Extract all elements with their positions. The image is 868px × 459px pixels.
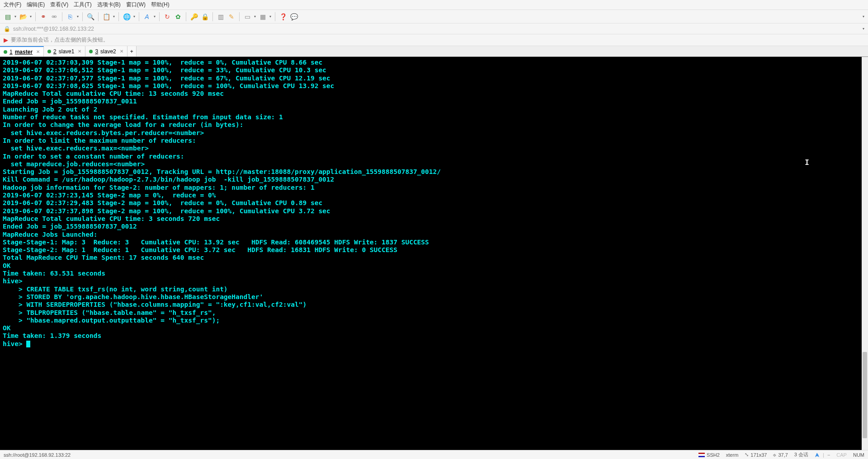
status-pos: 37,7 — [778, 452, 788, 458]
status-num: NUM — [853, 452, 864, 458]
unlink-icon[interactable]: ⚮ — [50, 13, 58, 21]
scrollbar[interactable] — [862, 57, 868, 450]
addressbar: 🔒 ssh://root:***@192.168.92.133:22 ▾ — [0, 23, 868, 34]
close-icon[interactable]: ✕ — [36, 49, 40, 54]
prompt: hive> — [3, 340, 26, 347]
menu-view[interactable]: 查看(V) — [50, 1, 68, 9]
tab-slave2[interactable]: 3 slave2 ✕ — [85, 46, 127, 56]
terminal-line: Stage-Stage-2: Map: 1 Reduce: 1 Cumulati… — [3, 246, 865, 254]
globe-icon[interactable]: 🌐 — [123, 13, 131, 21]
terminal-line: > STORED BY 'org.apache.hadoop.hive.hbas… — [3, 293, 865, 301]
menu-window[interactable]: 窗口(W) — [126, 1, 146, 9]
resize-icon: ⤡ — [745, 452, 749, 458]
terminal-line: MapReduce Total cumulative CPU time: 13 … — [3, 90, 865, 98]
terminal-line: set hive.exec.reducers.bytes.per.reducer… — [3, 129, 865, 137]
terminal-line: Time taken: 1.379 seconds — [3, 332, 865, 340]
terminal-line: > "hbase.mapred.output.outputtable" = "h… — [3, 317, 865, 324]
copy-icon[interactable]: ⎘ — [66, 13, 74, 21]
terminal-line: Number of reduce tasks not specified. Es… — [3, 113, 865, 121]
tab-label: slave2 — [100, 48, 116, 55]
terminal-line: > CREATE TABLE txsf_rs(no int, word stri… — [3, 286, 865, 293]
link-icon[interactable]: ⚭ — [39, 13, 47, 21]
terminal-line: Kill Command = /usr/hadoop/hadoop-2.7.3/… — [3, 176, 865, 183]
tab-master[interactable]: 1 master ✕ — [0, 46, 44, 56]
status-ssh: SSH2 — [707, 452, 720, 458]
address-dropdown-icon[interactable]: ▾ — [863, 27, 864, 31]
grid-icon[interactable]: ▦ — [259, 13, 267, 21]
status-term: xterm — [726, 452, 739, 458]
terminal-line: Ended Job = job_1559888507837_0011 — [3, 98, 865, 105]
window-icon[interactable]: ▭ — [243, 13, 251, 21]
terminal-line: 2019-06-07 02:37:37,898 Stage-2 map = 10… — [3, 207, 865, 215]
terminal-line: Launching Job 2 out of 2 — [3, 106, 865, 113]
statusbar: ssh://root@192.168.92.133:22 SSH2 xterm … — [0, 450, 868, 459]
terminal-line: 2019-06-07 02:37:03,309 Stage-1 map = 10… — [3, 59, 865, 66]
terminal-line: Hadoop job information for Stage-2: numb… — [3, 184, 865, 192]
terminal-line: OK — [3, 262, 865, 270]
search-icon[interactable]: 🔍 — [86, 13, 94, 21]
status-cap: CAP — [836, 452, 847, 458]
flag-icon — [698, 453, 705, 457]
terminal-line: set mapreduce.job.reduces=<number> — [3, 160, 865, 168]
tabbar: 1 master ✕ 2 slave1 ✕ 3 slave2 ✕ + — [0, 46, 868, 57]
close-icon[interactable]: ✕ — [78, 49, 81, 54]
highlight-icon[interactable]: ✎ — [227, 13, 236, 21]
address-text[interactable]: ssh://root:***@192.168.92.133:22 — [13, 26, 94, 32]
status-dot-icon — [4, 50, 7, 54]
terminal[interactable]: 2019-06-07 02:37:03,309 Stage-1 map = 10… — [0, 57, 868, 450]
cursor-icon — [26, 341, 30, 347]
terminal-line: 2019-06-07 02:37:07,577 Stage-1 map = 10… — [3, 75, 865, 82]
chat-icon[interactable]: 💬 — [290, 13, 298, 21]
terminal-line: Stage-Stage-1: Map: 3 Reduce: 3 Cumulati… — [3, 239, 865, 246]
font-icon[interactable]: A — [143, 13, 151, 21]
status-sessions: 3 会话 — [794, 451, 808, 458]
menu-help[interactable]: 帮助(H) — [151, 1, 170, 9]
paste-icon[interactable]: 📋 — [102, 13, 110, 21]
add-tab-button[interactable]: + — [127, 46, 137, 56]
close-icon[interactable]: ✕ — [120, 49, 123, 54]
hint-text: 要添加当前会话，点击左侧的箭头按钮。 — [11, 36, 108, 44]
menu-tabs[interactable]: 选项卡(B) — [97, 1, 121, 9]
minus-icon[interactable]: − — [827, 452, 830, 458]
terminal-line: set hive.exec.reducers.max=<number> — [3, 145, 865, 152]
hintbar: ▶ 要添加当前会话，点击左侧的箭头按钮。 — [0, 34, 868, 46]
terminal-line: OK — [3, 324, 865, 332]
terminal-line: > TBLPROPERTIES ("hbase.table.name" = "h… — [3, 309, 865, 317]
tab-slave1[interactable]: 2 slave1 ✕ — [44, 46, 85, 56]
status-dot-icon — [89, 50, 93, 53]
tab-number: 3 — [95, 48, 98, 55]
terminal-line: Starting Job = job_1559888507837_0012, T… — [3, 168, 865, 176]
terminal-line: Total MapReduce CPU Time Spent: 17 secon… — [3, 254, 865, 262]
terminal-line: MapReduce Jobs Launched: — [3, 231, 865, 239]
menu-file[interactable]: 文件(F) — [4, 1, 21, 9]
chevron-icon[interactable]: ⮝ — [815, 452, 820, 458]
gear-icon[interactable]: ✿ — [174, 13, 182, 21]
menu-edit[interactable]: 编辑(E) — [27, 1, 45, 9]
open-icon[interactable]: 📂 — [19, 13, 27, 21]
flag-icon[interactable]: ▶ — [4, 37, 8, 43]
refresh-icon[interactable]: ↻ — [163, 13, 171, 21]
lock-icon[interactable]: 🔒 — [201, 13, 209, 21]
help-icon[interactable]: ❓ — [279, 13, 287, 21]
terminal-line: 2019-06-07 02:37:29,483 Stage-2 map = 10… — [3, 199, 865, 207]
terminal-line: hive> — [3, 277, 865, 285]
tab-label: slave1 — [59, 48, 75, 55]
terminal-line: 2019-06-07 02:37:06,512 Stage-1 map = 10… — [3, 66, 865, 74]
menubar: 文件(F) 编辑(E) 查看(V) 工具(T) 选项卡(B) 窗口(W) 帮助(… — [0, 0, 868, 10]
status-dot-icon — [47, 50, 51, 53]
terminal-line: 2019-06-07 02:37:23,145 Stage-2 map = 0%… — [3, 192, 865, 199]
new-session-icon[interactable]: ▤ — [4, 13, 12, 21]
toolbar-overflow-icon[interactable]: ▾ — [863, 14, 864, 19]
position-icon: ⎆ — [773, 452, 776, 458]
key-icon[interactable]: 🔑 — [190, 13, 198, 21]
toolbar: ▤▾ 📂▾ ⚭ ⚮ ⎘▾ 🔍 📋▾ 🌐▾ A▾ ↻ ✿ 🔑 🔒 ▥ ✎ ▭▾ ▦… — [0, 10, 868, 23]
menu-tools[interactable]: 工具(T) — [74, 1, 91, 9]
tab-label: master — [15, 49, 33, 55]
terminal-line: > WITH SERDEPROPERTIES ("hbase.columns.m… — [3, 301, 865, 309]
terminal-line: 2019-06-07 02:37:08,625 Stage-1 map = 10… — [3, 82, 865, 90]
scroll-thumb[interactable] — [863, 352, 867, 438]
tab-number: 2 — [53, 48, 57, 55]
tab-number: 1 — [9, 49, 13, 55]
terminal-line: Ended Job = job_1559888507837_0012 — [3, 223, 865, 230]
server-icon[interactable]: ▥ — [217, 13, 225, 21]
